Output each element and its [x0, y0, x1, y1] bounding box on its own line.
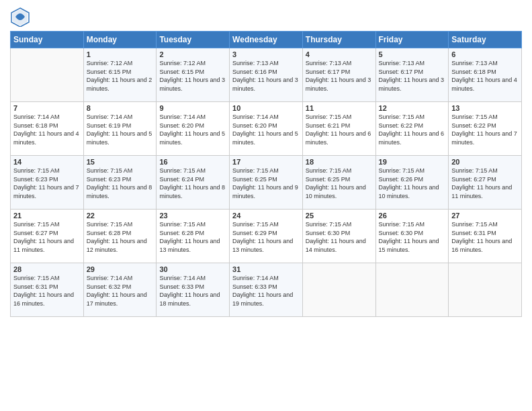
calendar-cell — [302, 263, 375, 317]
day-info: Sunrise: 7:13 AMSunset: 6:17 PMDaylight:… — [306, 59, 373, 93]
day-number: 13 — [451, 104, 519, 112]
day-number: 30 — [159, 265, 226, 273]
calendar-cell: 4Sunrise: 7:13 AMSunset: 6:17 PMDaylight… — [302, 48, 375, 102]
day-number: 6 — [451, 50, 519, 58]
day-number: 4 — [306, 50, 373, 58]
calendar-cell: 13Sunrise: 7:15 AMSunset: 6:22 PMDayligh… — [449, 102, 522, 156]
calendar-cell: 28Sunrise: 7:15 AMSunset: 6:31 PMDayligh… — [11, 263, 84, 317]
weekday-header: Saturday — [449, 32, 522, 48]
day-info: Sunrise: 7:14 AMSunset: 6:32 PMDaylight:… — [87, 274, 154, 308]
calendar-cell: 31Sunrise: 7:14 AMSunset: 6:33 PMDayligh… — [230, 263, 303, 317]
calendar-cell: 12Sunrise: 7:15 AMSunset: 6:22 PMDayligh… — [375, 102, 449, 156]
day-info: Sunrise: 7:14 AMSunset: 6:33 PMDaylight:… — [232, 274, 300, 308]
day-number: 20 — [451, 158, 519, 166]
calendar-cell: 24Sunrise: 7:15 AMSunset: 6:29 PMDayligh… — [230, 210, 303, 263]
calendar-cell: 22Sunrise: 7:15 AMSunset: 6:28 PMDayligh… — [83, 210, 157, 263]
day-number: 16 — [159, 158, 226, 166]
weekday-header: Thursday — [302, 32, 375, 48]
day-info: Sunrise: 7:14 AMSunset: 6:20 PMDaylight:… — [232, 113, 300, 146]
calendar-cell — [449, 263, 522, 317]
calendar-cell: 21Sunrise: 7:15 AMSunset: 6:27 PMDayligh… — [11, 210, 84, 263]
day-number: 11 — [306, 104, 373, 112]
day-info: Sunrise: 7:15 AMSunset: 6:25 PMDaylight:… — [306, 167, 373, 200]
calendar-cell: 10Sunrise: 7:14 AMSunset: 6:20 PMDayligh… — [230, 102, 303, 156]
day-info: Sunrise: 7:13 AMSunset: 6:17 PMDaylight:… — [379, 59, 446, 93]
calendar-cell: 14Sunrise: 7:15 AMSunset: 6:23 PMDayligh… — [11, 156, 84, 210]
day-number: 8 — [87, 104, 154, 112]
day-info: Sunrise: 7:15 AMSunset: 6:28 PMDaylight:… — [159, 220, 226, 254]
day-number: 17 — [232, 158, 300, 166]
day-info: Sunrise: 7:15 AMSunset: 6:27 PMDaylight:… — [13, 220, 81, 254]
day-info: Sunrise: 7:15 AMSunset: 6:30 PMDaylight:… — [379, 220, 446, 254]
day-number: 26 — [379, 212, 446, 220]
day-number: 7 — [13, 104, 81, 112]
calendar-body: 1Sunrise: 7:12 AMSunset: 6:15 PMDaylight… — [11, 48, 522, 317]
day-info: Sunrise: 7:14 AMSunset: 6:18 PMDaylight:… — [13, 113, 81, 146]
calendar-cell: 5Sunrise: 7:13 AMSunset: 6:17 PMDaylight… — [375, 48, 449, 102]
day-number: 29 — [87, 265, 154, 273]
calendar-cell: 15Sunrise: 7:15 AMSunset: 6:23 PMDayligh… — [83, 156, 157, 210]
day-number: 28 — [13, 265, 81, 273]
calendar-table: SundayMondayTuesdayWednesdayThursdayFrid… — [10, 31, 522, 317]
day-number: 14 — [13, 158, 81, 166]
calendar-cell: 3Sunrise: 7:13 AMSunset: 6:16 PMDaylight… — [230, 48, 303, 102]
calendar-cell: 25Sunrise: 7:15 AMSunset: 6:30 PMDayligh… — [302, 210, 375, 263]
calendar-cell: 16Sunrise: 7:15 AMSunset: 6:24 PMDayligh… — [157, 156, 230, 210]
calendar-cell: 8Sunrise: 7:14 AMSunset: 6:19 PMDaylight… — [83, 102, 157, 156]
calendar-cell: 29Sunrise: 7:14 AMSunset: 6:32 PMDayligh… — [83, 263, 157, 317]
calendar-cell: 23Sunrise: 7:15 AMSunset: 6:28 PMDayligh… — [157, 210, 230, 263]
calendar-cell: 30Sunrise: 7:14 AMSunset: 6:33 PMDayligh… — [157, 263, 230, 317]
day-number: 21 — [13, 212, 81, 220]
day-number: 10 — [232, 104, 300, 112]
day-info: Sunrise: 7:15 AMSunset: 6:31 PMDaylight:… — [451, 220, 519, 254]
day-info: Sunrise: 7:15 AMSunset: 6:23 PMDaylight:… — [87, 167, 154, 200]
day-number: 15 — [87, 158, 154, 166]
day-info: Sunrise: 7:15 AMSunset: 6:21 PMDaylight:… — [306, 113, 373, 146]
day-info: Sunrise: 7:15 AMSunset: 6:28 PMDaylight:… — [87, 220, 154, 254]
day-number: 19 — [379, 158, 446, 166]
day-number: 31 — [232, 265, 300, 273]
calendar-cell: 26Sunrise: 7:15 AMSunset: 6:30 PMDayligh… — [375, 210, 449, 263]
calendar-cell: 19Sunrise: 7:15 AMSunset: 6:26 PMDayligh… — [375, 156, 449, 210]
weekday-header: Monday — [83, 32, 157, 48]
day-info: Sunrise: 7:15 AMSunset: 6:22 PMDaylight:… — [451, 113, 519, 146]
weekday-header: Tuesday — [157, 32, 230, 48]
calendar-week-row: 21Sunrise: 7:15 AMSunset: 6:27 PMDayligh… — [11, 210, 522, 263]
calendar-page: SundayMondayTuesdayWednesdayThursdayFrid… — [0, 0, 532, 411]
day-info: Sunrise: 7:15 AMSunset: 6:23 PMDaylight:… — [13, 167, 81, 200]
weekday-header: Wednesday — [230, 32, 303, 48]
calendar-cell: 27Sunrise: 7:15 AMSunset: 6:31 PMDayligh… — [449, 210, 522, 263]
day-number: 12 — [379, 104, 446, 112]
day-number: 5 — [379, 50, 446, 58]
logo-icon — [10, 7, 30, 27]
calendar-cell: 20Sunrise: 7:15 AMSunset: 6:27 PMDayligh… — [449, 156, 522, 210]
day-info: Sunrise: 7:13 AMSunset: 6:18 PMDaylight:… — [451, 59, 519, 93]
day-info: Sunrise: 7:13 AMSunset: 6:16 PMDaylight:… — [232, 59, 300, 93]
calendar-cell: 6Sunrise: 7:13 AMSunset: 6:18 PMDaylight… — [449, 48, 522, 102]
logo — [10, 7, 33, 27]
calendar-cell: 18Sunrise: 7:15 AMSunset: 6:25 PMDayligh… — [302, 156, 375, 210]
day-info: Sunrise: 7:12 AMSunset: 6:15 PMDaylight:… — [87, 59, 154, 93]
weekday-header: Friday — [375, 32, 449, 48]
day-number: 25 — [306, 212, 373, 220]
day-number: 23 — [159, 212, 226, 220]
day-info: Sunrise: 7:15 AMSunset: 6:27 PMDaylight:… — [451, 167, 519, 200]
weekday-row: SundayMondayTuesdayWednesdayThursdayFrid… — [11, 32, 522, 48]
calendar-cell: 11Sunrise: 7:15 AMSunset: 6:21 PMDayligh… — [302, 102, 375, 156]
day-number: 18 — [306, 158, 373, 166]
day-number: 3 — [232, 50, 300, 58]
day-info: Sunrise: 7:15 AMSunset: 6:25 PMDaylight:… — [232, 167, 300, 200]
day-info: Sunrise: 7:15 AMSunset: 6:30 PMDaylight:… — [306, 220, 373, 254]
day-number: 2 — [159, 50, 226, 58]
calendar-header: SundayMondayTuesdayWednesdayThursdayFrid… — [11, 32, 522, 48]
day-info: Sunrise: 7:12 AMSunset: 6:15 PMDaylight:… — [159, 59, 226, 93]
calendar-cell: 7Sunrise: 7:14 AMSunset: 6:18 PMDaylight… — [11, 102, 84, 156]
calendar-cell: 17Sunrise: 7:15 AMSunset: 6:25 PMDayligh… — [230, 156, 303, 210]
day-number: 22 — [87, 212, 154, 220]
calendar-week-row: 28Sunrise: 7:15 AMSunset: 6:31 PMDayligh… — [11, 263, 522, 317]
calendar-cell: 1Sunrise: 7:12 AMSunset: 6:15 PMDaylight… — [83, 48, 157, 102]
day-info: Sunrise: 7:15 AMSunset: 6:24 PMDaylight:… — [159, 167, 226, 200]
day-number: 27 — [451, 212, 519, 220]
day-info: Sunrise: 7:14 AMSunset: 6:33 PMDaylight:… — [159, 274, 226, 308]
day-info: Sunrise: 7:14 AMSunset: 6:20 PMDaylight:… — [159, 113, 226, 146]
